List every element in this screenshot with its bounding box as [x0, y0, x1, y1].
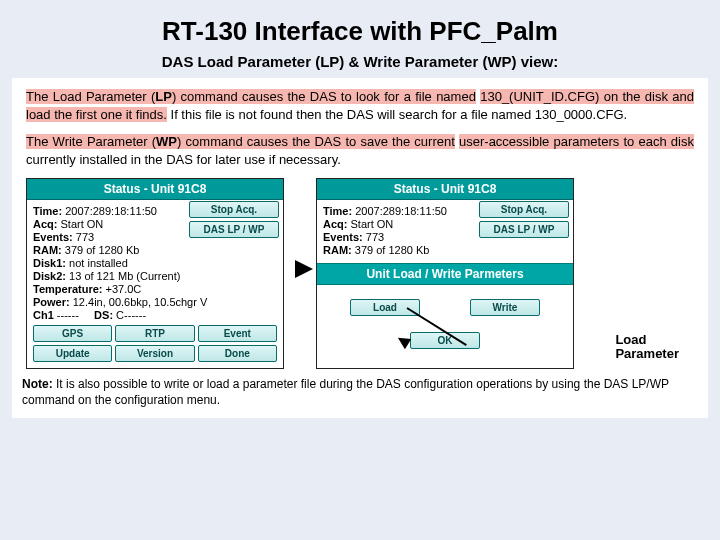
page-title: RT-130 Interface with PFC_Palm — [30, 16, 690, 47]
ok-button[interactable]: OK — [410, 332, 480, 349]
stop-acq-button[interactable]: Stop Acq. — [479, 201, 569, 218]
status-titlebar: Status - Unit 91C8 — [27, 179, 283, 200]
rtp-button[interactable]: RTP — [115, 325, 194, 342]
version-button[interactable]: Version — [115, 345, 194, 362]
transition-arrow-icon — [295, 260, 313, 278]
stop-acq-button[interactable]: Stop Acq. — [189, 201, 279, 218]
gps-button[interactable]: GPS — [33, 325, 112, 342]
event-button[interactable]: Event — [198, 325, 277, 342]
page-subtitle: DAS Load Parameter (LP) & Write Paramete… — [30, 53, 690, 70]
load-write-section-title: Unit Load / Write Parmeters — [317, 263, 573, 285]
done-button[interactable]: Done — [198, 345, 277, 362]
status-screen-left: Status - Unit 91C8 Time: 2007:289:18:11:… — [26, 178, 284, 369]
das-lp-wp-button[interactable]: DAS LP / WP — [189, 221, 279, 238]
lp-paragraph: The Load Parameter (LP) command causes t… — [26, 88, 694, 123]
footnote: Note: It is also possible to write or lo… — [22, 377, 698, 408]
status-screen-right: Status - Unit 91C8 Time: 2007:289:18:11:… — [316, 178, 574, 369]
screens-row: Status - Unit 91C8 Time: 2007:289:18:11:… — [26, 178, 694, 369]
wp-paragraph: The Write Parameter (WP) command causes … — [26, 133, 694, 168]
das-lp-wp-button[interactable]: DAS LP / WP — [479, 221, 569, 238]
status-titlebar: Status - Unit 91C8 — [317, 179, 573, 200]
description-box: The Load Parameter (LP) command causes t… — [12, 78, 708, 418]
write-button[interactable]: Write — [470, 299, 540, 316]
update-button[interactable]: Update — [33, 345, 112, 362]
load-parameter-label: Load Parameter — [615, 333, 679, 362]
